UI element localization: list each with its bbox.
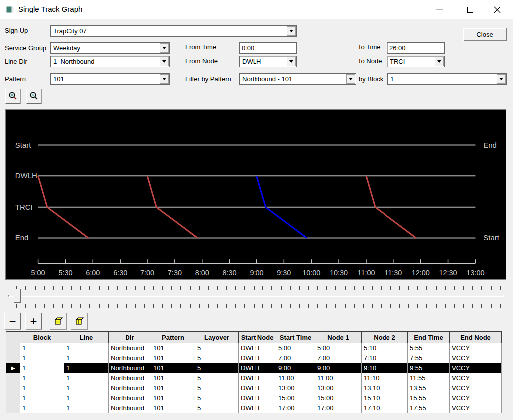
remove-trip-button[interactable]: − xyxy=(4,313,21,329)
table-cell[interactable]: 7:55 xyxy=(408,353,450,363)
table-cell[interactable]: DWLH xyxy=(239,393,276,403)
column-header[interactable]: Start Node xyxy=(239,332,276,343)
table-cell[interactable]: VCCY xyxy=(450,403,502,413)
line-dir-select[interactable]: 1 Northbound xyxy=(50,56,170,67)
table-cell[interactable]: 101 xyxy=(151,403,195,413)
chevron-down-icon[interactable] xyxy=(346,74,355,84)
column-header[interactable]: End Time xyxy=(408,332,450,343)
pattern-select[interactable]: 101 xyxy=(50,73,170,85)
row-selector[interactable] xyxy=(6,393,20,403)
table-cell[interactable]: VCCY xyxy=(450,373,502,383)
row-selector[interactable] xyxy=(6,373,20,383)
table-cell[interactable]: 1 xyxy=(64,373,109,383)
table-cell[interactable]: 1 xyxy=(64,403,109,413)
chevron-down-icon[interactable] xyxy=(497,74,506,84)
chevron-down-icon[interactable] xyxy=(287,26,296,36)
time-scroll-trackbar[interactable] xyxy=(5,281,506,309)
zoom-in-button[interactable] xyxy=(5,89,20,104)
table-cell[interactable]: Northbound xyxy=(109,393,151,403)
table-cell[interactable]: 17:00 xyxy=(276,403,315,413)
filter-by-pattern-select[interactable]: Northbound - 101 xyxy=(239,73,356,85)
table-cell[interactable]: DWLH xyxy=(239,343,276,353)
table-cell[interactable]: 15:00 xyxy=(315,393,362,403)
trackbar-groove[interactable] xyxy=(8,295,504,297)
by-block-select[interactable]: 1 xyxy=(387,73,507,85)
table-cell[interactable]: DWLH xyxy=(239,403,276,413)
table-cell[interactable]: 1 xyxy=(64,343,109,353)
chevron-down-icon[interactable] xyxy=(160,74,169,84)
table-cell[interactable]: 9:55 xyxy=(408,363,450,373)
table-cell[interactable]: 1 xyxy=(64,393,109,403)
table-cell[interactable]: Northbound xyxy=(109,373,151,383)
table-cell[interactable]: 1 xyxy=(20,343,64,353)
table-cell[interactable]: 11:55 xyxy=(408,373,450,383)
table-cell[interactable]: 5 xyxy=(195,343,239,353)
close-button[interactable]: Close xyxy=(463,28,507,41)
table-cell[interactable]: Northbound xyxy=(109,403,151,413)
service-group-select[interactable]: Weekday xyxy=(50,42,170,54)
table-cell[interactable]: 1 xyxy=(20,383,64,393)
row-selector[interactable] xyxy=(6,403,20,413)
add-trip-button[interactable]: + xyxy=(25,313,42,329)
table-cell[interactable]: 13:00 xyxy=(315,383,362,393)
table-cell[interactable]: 1 xyxy=(20,363,64,373)
table-cell[interactable]: Northbound xyxy=(109,383,151,393)
zoom-out-button[interactable] xyxy=(26,89,41,104)
table-cell[interactable]: 9:10 xyxy=(362,363,408,373)
from-time-input[interactable] xyxy=(239,42,297,54)
column-header[interactable]: Node 2 xyxy=(362,332,408,343)
table-cell[interactable]: VCCY xyxy=(450,383,502,393)
table-cell[interactable]: 101 xyxy=(151,373,195,383)
table-cell[interactable]: 11:00 xyxy=(315,373,362,383)
table-cell[interactable]: 5 xyxy=(195,383,239,393)
table-cell[interactable]: Northbound xyxy=(109,363,151,373)
column-header[interactable]: Node 1 xyxy=(315,332,362,343)
column-header[interactable]: Line xyxy=(64,332,109,343)
cube-grid-view-button[interactable] xyxy=(71,313,87,329)
table-cell[interactable]: 5 xyxy=(195,363,239,373)
table-cell[interactable]: 17:10 xyxy=(362,403,408,413)
table-cell[interactable]: 5 xyxy=(195,353,239,363)
column-header[interactable]: Start Time xyxy=(276,332,315,343)
table-cell[interactable]: 11:00 xyxy=(276,373,315,383)
table-cell[interactable]: 15:55 xyxy=(408,393,450,403)
table-cell[interactable]: 101 xyxy=(151,393,195,403)
table-cell[interactable]: 13:55 xyxy=(408,383,450,393)
table-cell[interactable]: 13:10 xyxy=(362,383,408,393)
train-graph-panel[interactable]: StartEndDWLHTRCIEndStart5:005:306:006:30… xyxy=(5,109,506,280)
table-cell[interactable]: VCCY xyxy=(450,363,502,373)
table-cell[interactable]: 17:55 xyxy=(408,403,450,413)
table-cell[interactable]: VCCY xyxy=(450,353,502,363)
table-cell[interactable]: VCCY xyxy=(450,393,502,403)
table-cell[interactable]: 1 xyxy=(64,383,109,393)
table-cell[interactable]: 7:00 xyxy=(276,353,315,363)
table-cell[interactable]: DWLH xyxy=(239,373,276,383)
table-cell[interactable]: 101 xyxy=(151,363,195,373)
table-cell[interactable]: DWLH xyxy=(239,353,276,363)
table-cell[interactable]: Northbound xyxy=(109,343,151,353)
table-cell[interactable]: 7:10 xyxy=(362,353,408,363)
minimize-button[interactable] xyxy=(428,0,451,19)
table-cell[interactable]: 101 xyxy=(151,353,195,363)
table-cell[interactable]: Northbound xyxy=(109,353,151,363)
table-cell[interactable]: 9:00 xyxy=(276,363,315,373)
table-cell[interactable]: 13:00 xyxy=(276,383,315,393)
chevron-down-icon[interactable] xyxy=(435,57,444,66)
table-cell[interactable]: 9:00 xyxy=(315,363,362,373)
row-selector-current[interactable]: ▶ xyxy=(6,363,20,373)
table-cell[interactable]: 1 xyxy=(64,353,109,363)
table-cell[interactable]: 1 xyxy=(20,393,64,403)
row-selector[interactable] xyxy=(6,383,20,393)
close-window-button[interactable] xyxy=(486,0,509,19)
table-cell[interactable]: 5:10 xyxy=(362,343,408,353)
table-cell[interactable]: VCCY xyxy=(450,343,502,353)
table-cell[interactable]: 15:00 xyxy=(276,393,315,403)
table-cell[interactable]: 101 xyxy=(151,383,195,393)
table-cell[interactable]: 1 xyxy=(20,373,64,383)
table-cell[interactable]: 7:00 xyxy=(315,353,362,363)
table-cell[interactable]: 5:00 xyxy=(276,343,315,353)
column-header[interactable]: Block xyxy=(20,332,64,343)
table-cell[interactable]: 11:10 xyxy=(362,373,408,383)
table-cell[interactable]: 5 xyxy=(195,373,239,383)
table-cell[interactable]: 5:00 xyxy=(315,343,362,353)
